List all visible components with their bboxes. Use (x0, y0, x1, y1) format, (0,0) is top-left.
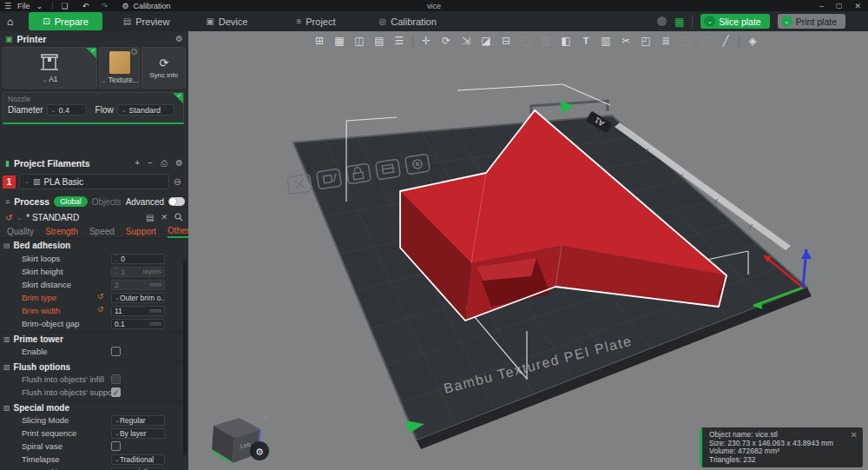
flush-options-header: ▧Flush options (0, 360, 188, 373)
add-filament-icon[interactable]: + (135, 158, 140, 169)
new-project-icon[interactable]: ❏ (57, 2, 73, 10)
project-icon: ≡ (296, 17, 301, 26)
print-options-chevron-icon[interactable]: ⌄ (781, 16, 792, 27)
printer-settings-gear-icon[interactable]: ⚙ (175, 34, 183, 43)
setting-row: Print sequence ⌄By layer (0, 427, 188, 440)
skirt-distance-input[interactable]: 2mm (111, 280, 165, 290)
device-icon: ▣ (206, 17, 214, 26)
title-bar: ☰ File ⌄ ❏ ↶ ↷ ⚙ Calibration vice – ▢ ✕ (0, 0, 868, 11)
search-preset-icon[interactable] (174, 213, 183, 222)
timelapse-select[interactable]: ⌄Traditional (111, 454, 165, 465)
tab-strength[interactable]: Strength (45, 227, 78, 236)
printer-model-label: A1 (49, 75, 57, 83)
brim-object-gap-input[interactable]: 0.1mm (111, 319, 165, 329)
sync-icon: ⟳ (159, 56, 168, 70)
tab-prepare[interactable]: ⊡ Prepare (29, 12, 102, 30)
brim-type-select[interactable]: ⌄Outer brim o... (111, 293, 165, 303)
filament-remove-circle-icon[interactable]: ⊖ (174, 176, 181, 188)
filaments-section-icon: ▮ (5, 159, 10, 168)
file-chevron-icon[interactable]: ⌄ (32, 2, 48, 10)
sync-info-label: Sync info (149, 71, 178, 79)
flush-infill-checkbox[interactable] (111, 374, 121, 384)
slicing-mode-select[interactable]: ⌄Regular (111, 415, 165, 426)
print-plate-button[interactable]: ⌄ Print plate (778, 14, 845, 29)
plate-info-icon[interactable]: i (131, 49, 137, 55)
filament-settings-gear-icon[interactable]: ⚙ (175, 158, 183, 169)
info-close-icon[interactable]: ✕ (851, 431, 858, 440)
main-tab-bar: ⌂ ⊡ Prepare ▤ Preview ▣ Device ≡ Project… (0, 11, 868, 31)
save-preset-icon[interactable]: ▤ (146, 213, 154, 222)
fuzzy-skin-select[interactable]: ⌄None(allow ... (111, 467, 165, 470)
process-tabs: Quality Strength Speed Support Others (0, 225, 188, 239)
skirt-loops-stepper[interactable]: ⌃⌄0 (111, 254, 165, 264)
sync-info-card[interactable]: ⟳ Sync info (141, 47, 186, 89)
preset-reset-icon[interactable]: ↺ (5, 213, 12, 222)
connection-status-icon[interactable] (657, 17, 667, 26)
panel-scrollbar[interactable] (183, 261, 187, 455)
nozzle-box: Nozzle Diameter ⌄0.4 Flow ⌄Standard ✓ (3, 92, 184, 124)
filament-name: PLA Basic (43, 177, 83, 187)
close-button[interactable]: ✕ (854, 2, 861, 10)
svg-text:y: y (206, 464, 208, 469)
scope-objects[interactable]: Objects (92, 197, 122, 207)
process-title: Process (14, 196, 49, 207)
filaments-section-header: ▮ Project Filaments + − ⎙ ⚙ (0, 156, 188, 170)
hamburger-menu-icon[interactable]: ☰ (0, 2, 16, 10)
tab-speed[interactable]: Speed (89, 227, 115, 236)
tab-preview[interactable]: ▤ Preview (115, 11, 179, 31)
advanced-label: Advanced (126, 197, 164, 207)
brim-type-reset-icon[interactable]: ↺ (97, 292, 104, 301)
setting-row: Brim width ↺ 11mm (0, 304, 188, 317)
filament-select[interactable]: ⌄ ▥ PLA Basic (19, 174, 169, 189)
preset-row: ↺ ⌄ * STANDARD ▤ ✕ (0, 210, 188, 225)
setting-row: Spiral vase (0, 440, 188, 453)
clear-preset-icon[interactable]: ✕ (161, 213, 168, 222)
flush-support-checkbox[interactable]: ✓ (111, 387, 121, 397)
maximize-button[interactable]: ▢ (836, 2, 843, 10)
tab-project[interactable]: ≡ Project (287, 11, 344, 31)
skirt-height-stepper[interactable]: ⌃⌄1layers (111, 267, 165, 277)
calibration-gear-icon[interactable]: ⚙ (118, 2, 134, 10)
view-gear-button[interactable]: ⚙ (250, 441, 269, 460)
home-button[interactable]: ⌂ (0, 11, 20, 31)
tab-quality[interactable]: Quality (7, 227, 34, 236)
tab-calibration[interactable]: ◎ Calibration (371, 11, 445, 31)
redo-icon[interactable]: ↷ (97, 2, 113, 10)
special-mode-icon: ▨ (3, 404, 10, 412)
plates-overview-icon[interactable]: ▦ (674, 16, 684, 28)
svg-text:z: z (264, 414, 266, 420)
preset-chevron-icon[interactable]: ⌄ (16, 215, 22, 222)
spiral-vase-checkbox[interactable] (111, 441, 121, 451)
calibration-menu[interactable]: Calibration (134, 2, 171, 10)
filament-slot-badge[interactable]: 1 (3, 175, 16, 189)
prime-tower-enable-checkbox[interactable] (111, 347, 121, 356)
viewport-3d[interactable]: ⊞ ▦ ◫ ▤ ☰ ✛ ⟳ ⇲ ◪ ⊟ ▢ ▧ ◧ T ▥ ✂ ◰ ≣ ▢ ▢ … (188, 31, 868, 470)
flow-select[interactable]: ⌄Standard (117, 104, 174, 116)
advanced-toggle[interactable] (168, 197, 185, 206)
printer-section-header: ▣ Printer ⚙ (0, 31, 188, 46)
bed-adhesion-header: ▤Bed adhesion (0, 239, 188, 252)
file-menu[interactable]: File (17, 2, 30, 10)
preset-name[interactable]: * STANDARD (26, 213, 79, 222)
setting-row: Enable (0, 345, 188, 358)
slice-options-chevron-icon[interactable]: ⌄ (704, 16, 715, 27)
setting-row: Brim type ↺ ⌄Outer brim o... (0, 291, 188, 304)
print-sequence-select[interactable]: ⌄By layer (111, 428, 165, 439)
scope-global-pill[interactable]: Global (54, 196, 88, 207)
tab-support[interactable]: Support (126, 227, 156, 236)
printer-model-card[interactable]: ⌄ A1 ✓ (3, 47, 97, 89)
build-plate-card[interactable]: i ⌄ Texture... (99, 47, 141, 89)
slice-plate-button[interactable]: ⌄ Slice plate (700, 14, 769, 29)
sync-filament-list-icon[interactable]: ⎙ (161, 158, 168, 169)
setting-row: Timelapse ⌄Traditional (0, 453, 188, 466)
info-triangles: Triangles: 232 (709, 456, 856, 465)
minimize-button[interactable]: – (819, 2, 824, 10)
undo-icon[interactable]: ↶ (78, 2, 94, 10)
brim-width-reset-icon[interactable]: ↺ (97, 305, 104, 314)
prepare-side-panel: ▣ Printer ⚙ ⌄ A1 ✓ i ⌄ Texture... ⟳ Sync… (0, 31, 188, 470)
scene-3d[interactable]: A1 Bambu Textured PEI Plate (188, 31, 868, 470)
tab-device[interactable]: ▣ Device (197, 11, 256, 31)
remove-filament-icon[interactable]: − (148, 158, 153, 169)
nozzle-diameter-select[interactable]: ⌄0.4 (47, 104, 87, 116)
brim-width-input[interactable]: 11mm (111, 306, 165, 316)
